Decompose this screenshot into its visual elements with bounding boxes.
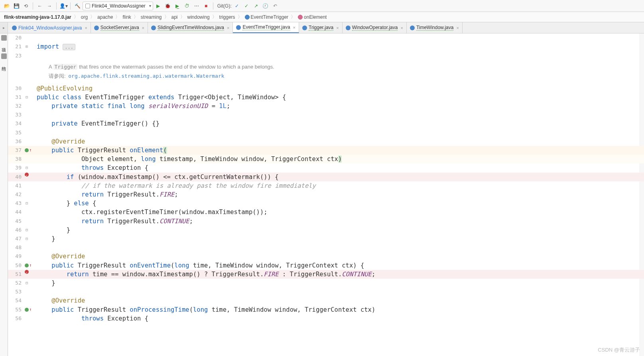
chevron-right-icon: 〉 (179, 14, 187, 20)
java-class-icon (410, 26, 415, 30)
separator (213, 2, 213, 10)
line-number: 43 (8, 199, 25, 208)
breadcrumb-item[interactable]: streaming (140, 14, 163, 20)
line-number: 40 (8, 173, 25, 181)
close-icon[interactable]: × (293, 25, 295, 30)
chevron-right-icon: 〉 (72, 14, 80, 20)
close-icon[interactable]: × (400, 26, 403, 30)
git-history-icon[interactable]: 🕘 (261, 2, 270, 10)
git-push-icon[interactable]: ↗ (252, 2, 260, 10)
separator (56, 2, 57, 10)
line-number: 46 (8, 226, 25, 234)
line-number: 44 (8, 208, 25, 216)
fold-icon[interactable]: ⊟ (25, 234, 29, 243)
coverage-icon[interactable]: ▶̲ (173, 2, 182, 10)
close-icon[interactable]: × (142, 26, 144, 30)
line-number: 50 (8, 261, 25, 270)
tab-socketserver[interactable]: SocketServer.java× (91, 22, 148, 33)
line-number: 32 (8, 102, 25, 110)
fold-icon[interactable]: ⊟ (25, 199, 29, 208)
build-icon[interactable]: 👤▾ (59, 2, 68, 10)
line-number: 42 (8, 190, 25, 199)
git-update-icon[interactable]: ✓ (232, 2, 241, 10)
left-tool-strip: 项目 结构 (0, 33, 8, 356)
refresh-icon[interactable]: ⟲ (22, 2, 30, 10)
javadoc-link[interactable]: org.apache.flink.streaming.api.watermark… (67, 73, 225, 79)
breadcrumb: flink-streaming-java-1.17.0.jar 〉 org 〉 … (0, 12, 644, 22)
breadcrumb-item[interactable]: flink (122, 14, 132, 20)
hammer-icon[interactable]: 🔨 (73, 2, 82, 10)
profile-icon[interactable]: ⏱ (183, 2, 191, 10)
open-icon[interactable]: 📂 (2, 2, 11, 10)
line-number: 39 (8, 163, 25, 172)
run-config-label: Flink04_WindowAssigner (92, 3, 146, 9)
override-gutter-icon[interactable] (25, 148, 29, 152)
tab-windowoperator[interactable]: WindowOperator.java× (343, 22, 407, 33)
line-number: 23 (8, 51, 25, 60)
class-icon (245, 15, 250, 20)
line-number: 53 (8, 287, 25, 296)
project-tool-indicator[interactable]: ▸ (0, 22, 8, 33)
chevron-right-icon: 〉 (236, 14, 244, 20)
more-run-icon[interactable]: ⋯ (192, 2, 201, 10)
tab-timewindow[interactable]: TimeWindow.java× (407, 22, 463, 33)
method-icon (298, 15, 303, 20)
folded-region[interactable]: ... (63, 44, 75, 50)
editor-area: 项目 结构 20 21⊞import ... 23 A Trigger that… (0, 33, 644, 356)
close-icon[interactable]: × (227, 26, 229, 30)
java-class-icon (346, 26, 351, 30)
code-editor[interactable]: 20 21⊞import ... 23 A Trigger that fires… (8, 33, 644, 356)
fold-icon[interactable]: ⊟ (25, 226, 29, 234)
editor-tabs: ▸ Flink04_WindowAssigner.java× SocketSer… (0, 22, 644, 33)
breadcrumb-item[interactable]: windowing (187, 14, 211, 20)
tab-slidingwindows[interactable]: SlidingEventTimeWindows.java× (148, 22, 233, 33)
line-number: 37 (8, 146, 25, 155)
breakpoint-icon[interactable] (25, 173, 29, 177)
save-icon[interactable]: 💾 (12, 2, 21, 10)
arrow-up-icon: ↑ (29, 305, 32, 314)
tab-flink04[interactable]: Flink04_WindowAssigner.java× (9, 22, 91, 33)
line-number: 55 (8, 305, 25, 314)
line-number: 21 (8, 42, 25, 51)
forward-icon[interactable]: → (45, 2, 54, 10)
line-number: 35 (8, 128, 25, 137)
close-icon[interactable]: × (456, 26, 459, 30)
arrow-up-icon: ↑ (29, 146, 32, 155)
java-class-icon (236, 25, 241, 30)
breadcrumb-item[interactable]: api (171, 14, 179, 20)
main-toolbar: 📂 💾 ⟲ ← → 👤▾ 🔨 Flink04_WindowAssigner ▶ … (0, 0, 644, 12)
java-class-icon (302, 26, 307, 30)
debug-icon[interactable]: 🐞 (163, 2, 172, 10)
project-tool-icon[interactable] (1, 35, 7, 41)
line-number: 33 (8, 110, 25, 119)
breakpoint-icon[interactable] (25, 270, 29, 274)
override-gutter-icon[interactable] (25, 308, 29, 312)
breadcrumb-item[interactable]: flink-streaming-java-1.17.0.jar (3, 14, 72, 20)
breadcrumb-item[interactable]: apache (97, 14, 114, 20)
tab-trigger[interactable]: Trigger.java× (299, 22, 343, 33)
line-number: 30 (8, 84, 25, 93)
line-number: 52 (8, 279, 25, 287)
breadcrumb-item[interactable]: triggers (219, 14, 236, 20)
breadcrumb-item[interactable]: org (80, 14, 89, 20)
close-icon[interactable]: × (336, 26, 339, 30)
run-config-combo[interactable]: Flink04_WindowAssigner (83, 2, 153, 10)
structure-tool-icon[interactable] (1, 53, 7, 59)
override-gutter-icon[interactable] (25, 264, 29, 267)
git-rollback-icon[interactable]: ↶ (271, 2, 280, 10)
close-icon[interactable]: × (85, 26, 87, 30)
git-commit-icon[interactable]: ✓ (242, 2, 251, 10)
breadcrumb-item[interactable]: EventTimeTrigger (244, 14, 289, 20)
git-label: Git(G): (217, 3, 232, 9)
fold-icon[interactable]: ⊟ (25, 93, 29, 102)
stop-icon[interactable]: ■ (202, 2, 211, 10)
run-icon[interactable]: ▶ (154, 2, 163, 10)
breadcrumb-item[interactable]: onElement (297, 14, 327, 20)
tab-eventtimetrigger[interactable]: EventTimeTrigger.java× (233, 22, 299, 33)
fold-icon[interactable]: ⊞ (25, 42, 29, 51)
java-class-icon (12, 26, 17, 30)
separator (33, 2, 33, 10)
chevron-right-icon: 〉 (114, 14, 122, 20)
fold-icon[interactable]: ⊟ (25, 279, 29, 287)
back-icon[interactable]: ← (35, 2, 44, 10)
